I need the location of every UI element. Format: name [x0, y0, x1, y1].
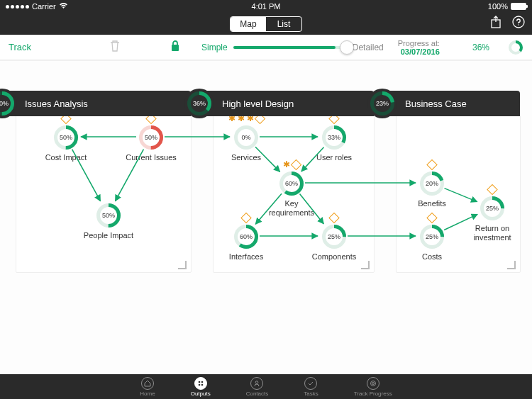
group-progress-donut: 50% [0, 89, 17, 118]
priority-diamond-icon [240, 213, 252, 224]
track-toolbar: Track Simple Detailed Progress at: 03/07… [0, 35, 532, 60]
battery-pct: 100% [488, 2, 508, 11]
group-design[interactable]: 36% High level Design ✱✱✱ 0% Services 33… [213, 103, 375, 273]
mode-label: Track [9, 42, 31, 52]
group-title: Business Case [405, 99, 467, 109]
priority-diamond-icon [487, 184, 498, 196]
view-mode-segmented-control[interactable]: Map List [230, 16, 302, 32]
node-cost[interactable]: 50% Cost Impact [38, 125, 94, 162]
svg-point-39 [198, 383, 200, 386]
tab-contacts[interactable]: Contacts [246, 377, 269, 397]
svg-text:23%: 23% [376, 100, 389, 107]
node-label: Components [312, 252, 356, 262]
svg-point-2 [518, 24, 519, 25]
node-roles[interactable]: 33% User roles [306, 125, 362, 162]
node-percent: 50% [96, 203, 121, 228]
node-label: Cost Impact [45, 153, 87, 162]
node-label: Services [231, 153, 261, 162]
svg-text:50%: 50% [0, 100, 9, 107]
wifi-icon [59, 2, 68, 11]
node-label: Return on investment [464, 224, 521, 242]
resize-handle-icon[interactable] [361, 261, 370, 269]
segment-list[interactable]: List [266, 17, 301, 31]
battery-icon [511, 3, 526, 10]
node-progress-donut: 33% [321, 125, 347, 150]
node-percent: 33% [321, 125, 347, 150]
overall-donut-icon [508, 40, 523, 55]
segment-map[interactable]: Map [231, 17, 266, 31]
svg-point-37 [198, 381, 200, 383]
trash-icon[interactable] [109, 40, 121, 55]
svg-point-43 [372, 382, 374, 384]
share-icon[interactable] [489, 16, 502, 28]
node-percent: 60% [233, 224, 259, 249]
progress-date[interactable]: 03/07/2016 [401, 47, 440, 56]
node-ifaces[interactable]: 60% Interfaces [218, 224, 275, 262]
tab-track-progress[interactable]: Track Progress [354, 377, 392, 397]
slider-label-simple: Simple [201, 43, 228, 52]
node-percent: 50% [138, 125, 164, 150]
node-progress-donut: 50% [138, 125, 164, 150]
node-label: Interfaces [229, 252, 263, 262]
node-progress-donut: 50% [96, 203, 121, 228]
node-comps[interactable]: 25% Components [306, 224, 362, 262]
map-canvas[interactable]: 50% Issues Analysis 50% Cost Impact 50% … [0, 60, 532, 374]
node-label: User roles [316, 153, 352, 162]
node-progress-donut: 25% [321, 224, 347, 249]
tab-tasks[interactable]: Tasks [304, 377, 318, 397]
node-label: Current Issues [126, 153, 177, 162]
group-progress-donut: 23% [367, 89, 397, 118]
tab-outputs-label: Outputs [191, 390, 211, 397]
resize-handle-icon[interactable] [178, 261, 187, 269]
tab-home[interactable]: Home [140, 377, 155, 397]
group-header[interactable]: 50% Issues Analysis [4, 91, 191, 116]
svg-point-40 [201, 383, 203, 386]
node-benefits[interactable]: 20% Benefits [404, 171, 460, 208]
detail-slider[interactable] [233, 46, 347, 49]
tasks-icon [304, 377, 317, 390]
svg-rect-3 [172, 45, 179, 51]
group-header[interactable]: 36% High level Design [201, 91, 374, 116]
node-people[interactable]: 50% People Impact [80, 203, 137, 240]
help-icon[interactable] [512, 16, 525, 28]
node-costs[interactable]: 25% Costs [404, 224, 460, 262]
group-progress-donut: 36% [184, 89, 214, 118]
home-icon [141, 377, 154, 390]
group-title: High level Design [222, 99, 294, 109]
bottom-tab-bar: Home Outputs Contacts Tasks Track Progre… [0, 374, 532, 399]
node-progress-donut: 60% [233, 224, 259, 249]
contacts-icon [250, 377, 263, 390]
signal-icon [6, 5, 29, 9]
carrier-label: Carrier [32, 2, 56, 11]
node-progress-donut: 60% [279, 171, 304, 196]
node-percent: 60% [279, 171, 304, 196]
node-current[interactable]: 50% Current Issues [123, 125, 179, 162]
tab-outputs[interactable]: Outputs [191, 377, 211, 397]
lock-icon[interactable] [170, 40, 180, 55]
slider-label-detailed: Detailed [353, 43, 384, 52]
progress-at-label: Progress at: 03/07/2016 [398, 39, 448, 56]
tab-home-label: Home [140, 390, 155, 397]
tab-track-label: Track Progress [354, 390, 392, 397]
node-percent: 50% [53, 125, 79, 150]
node-percent: 20% [419, 171, 445, 196]
resize-handle-icon[interactable] [507, 261, 516, 269]
clock: 4:01 PM [252, 2, 281, 11]
priority-diamond-icon [328, 213, 340, 224]
svg-point-42 [370, 381, 375, 386]
node-roi[interactable]: 25% Return on investment [464, 196, 521, 242]
priority-diamond-icon [291, 159, 302, 171]
node-services[interactable]: ✱✱✱ 0% Services [218, 125, 275, 162]
group-title: Issues Analysis [25, 99, 88, 109]
ios-status-bar: Carrier 4:01 PM 100% [0, 0, 532, 13]
group-header[interactable]: 23% Business Case [384, 91, 520, 116]
node-keyreq[interactable]: ✱ 60% Key requirements [263, 171, 320, 217]
node-label: Benefits [418, 199, 446, 208]
priority-diamond-icon [426, 159, 438, 171]
node-percent: 25% [480, 196, 505, 221]
group-issues[interactable]: 50% Issues Analysis 50% Cost Impact 50% … [16, 103, 192, 273]
svg-point-41 [256, 381, 259, 383]
group-bcase[interactable]: 23% Business Case 20% Benefits 25% Costs [396, 103, 521, 273]
outputs-icon [194, 377, 207, 390]
slider-knob[interactable] [340, 40, 354, 55]
